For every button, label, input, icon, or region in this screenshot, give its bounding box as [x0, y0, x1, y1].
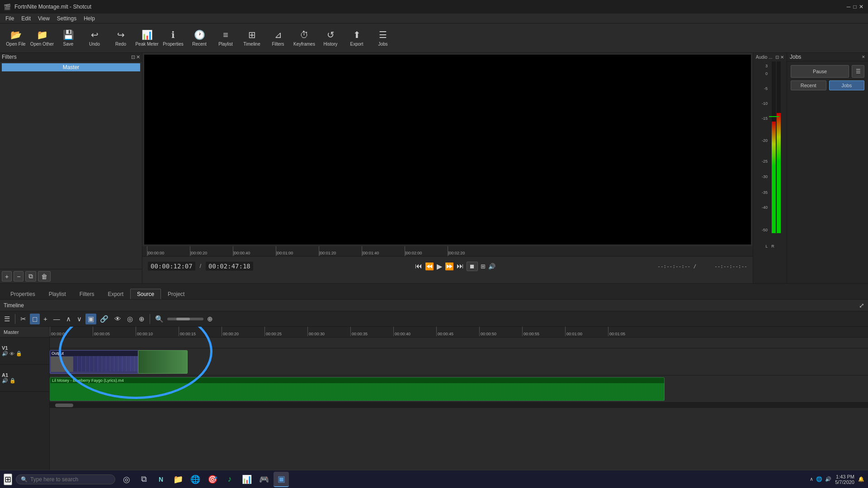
- taskbar-cortana[interactable]: ◎: [119, 472, 134, 487]
- tl-zoom-in-btn[interactable]: ⊕: [205, 314, 215, 324]
- tab-project[interactable]: Project: [161, 289, 191, 299]
- filter-add-btn[interactable]: +: [2, 271, 12, 282]
- audio-meter-close[interactable]: ✕: [780, 55, 784, 60]
- h-scrollbar[interactable]: [50, 403, 868, 408]
- filter-delete-btn[interactable]: 🗑: [38, 271, 51, 282]
- back-frame-btn[interactable]: ⏪: [425, 262, 434, 271]
- export-btn[interactable]: ⬆ Export: [344, 25, 369, 51]
- stop-btn[interactable]: ⏹: [467, 262, 478, 271]
- audio-clip[interactable]: Lil Mosey - Blueberry Faygo (Lyrics).m4: [50, 377, 665, 401]
- grid-view-btn[interactable]: ⊞: [481, 263, 486, 270]
- master-bar[interactable]: Master: [2, 63, 140, 71]
- menu-view[interactable]: View: [34, 14, 53, 23]
- pause-jobs-btn[interactable]: Pause: [791, 65, 849, 78]
- taskbar-app-n[interactable]: N: [153, 472, 169, 487]
- menu-edit[interactable]: Edit: [18, 14, 34, 23]
- taskbar-app-red[interactable]: 🎯: [205, 472, 220, 487]
- playlist-btn[interactable]: ≡ Playlist: [213, 25, 238, 51]
- filters-close-btn[interactable]: ✕: [136, 54, 140, 60]
- minimize-btn[interactable]: ─: [845, 4, 852, 10]
- notification-btn[interactable]: 🔔: [858, 476, 864, 482]
- tl-snap-btn[interactable]: ▣: [85, 314, 96, 324]
- timecode-current[interactable]: 00:00:12:07: [148, 262, 195, 271]
- jobs-btn[interactable]: ☰ Jobs: [371, 25, 395, 51]
- a1-audio-btn[interactable]: 🔊: [2, 378, 8, 384]
- peak-meter-btn[interactable]: 📊 Peak Meter: [135, 25, 159, 51]
- filters-detach-btn[interactable]: ⊡: [131, 54, 135, 60]
- tl-lift-btn[interactable]: ∧: [64, 314, 73, 324]
- jobs-panel-detach[interactable]: ✕: [862, 55, 865, 59]
- filter-copy-btn[interactable]: ⧉: [25, 271, 36, 282]
- tl-target-btn[interactable]: ⊕: [137, 314, 147, 324]
- search-input[interactable]: [30, 476, 107, 483]
- recent-tab-btn[interactable]: Recent: [791, 80, 826, 90]
- taskbar-chrome[interactable]: 🌐: [188, 472, 203, 487]
- zoom-slider[interactable]: [167, 318, 203, 320]
- close-btn[interactable]: ✕: [858, 4, 864, 10]
- history-btn[interactable]: ↺ History: [318, 25, 343, 51]
- tl-cut-btn[interactable]: ✂: [18, 314, 28, 324]
- tab-playlist[interactable]: Playlist: [42, 289, 73, 299]
- tl-add-btn[interactable]: +: [41, 314, 50, 324]
- play-btn[interactable]: ▶: [437, 262, 442, 271]
- tray-volume[interactable]: 🔊: [825, 476, 831, 482]
- open-other-btn[interactable]: 📁 Open Other: [30, 25, 54, 51]
- taskbar-game[interactable]: 🎮: [256, 472, 272, 487]
- jobs-tab-btn[interactable]: Jobs: [829, 80, 865, 90]
- history-icon: ↺: [327, 29, 335, 40]
- maximize-btn[interactable]: □: [852, 4, 858, 10]
- recent-btn[interactable]: 🕐 Recent: [187, 25, 212, 51]
- v1-lock-btn[interactable]: 🔒: [16, 351, 22, 357]
- menu-file[interactable]: File: [2, 14, 18, 23]
- filters-btn[interactable]: ⊿ Filters: [266, 25, 290, 51]
- vol-btn[interactable]: 🔊: [488, 263, 495, 270]
- filter-remove-btn[interactable]: −: [14, 271, 24, 282]
- tray-network[interactable]: 🌐: [816, 476, 822, 482]
- properties-btn[interactable]: ℹ Properties: [161, 25, 185, 51]
- taskbar-task-view[interactable]: ⧉: [136, 472, 151, 487]
- audio-meter-detach[interactable]: ⊡: [775, 55, 779, 60]
- tl-toggle-btn[interactable]: 👁: [112, 314, 123, 324]
- timeline-btn[interactable]: ⊞ Timeline: [240, 25, 264, 51]
- fast-forward-btn[interactable]: ⏩: [445, 262, 454, 271]
- taskbar-shotcut[interactable]: ▣: [274, 472, 289, 487]
- end-btn[interactable]: ⏭: [457, 262, 464, 270]
- menu-settings[interactable]: Settings: [53, 14, 80, 23]
- timeline-expand-btn[interactable]: ⤢: [859, 302, 864, 309]
- save-btn[interactable]: 💾 Save: [56, 25, 80, 51]
- a1-lock-btn[interactable]: 🔒: [9, 378, 16, 384]
- taskbar-spotify[interactable]: ♪: [222, 472, 237, 487]
- tab-export[interactable]: Export: [101, 289, 130, 299]
- redo-btn[interactable]: ↪ Redo: [108, 25, 133, 51]
- keyframes-btn[interactable]: ⏱ Keyframes: [292, 25, 316, 51]
- taskbar-explorer[interactable]: 📁: [170, 472, 186, 487]
- v1-eye-btn[interactable]: 👁: [9, 351, 14, 357]
- video-clip-2[interactable]: [138, 350, 188, 374]
- tl-overwrite-btn[interactable]: ∨: [75, 314, 84, 324]
- open-file-btn[interactable]: 📂 Open File: [4, 25, 28, 51]
- tab-filters[interactable]: Filters: [73, 289, 101, 299]
- v1-audio-btn[interactable]: 🔊: [2, 351, 8, 357]
- jobs-panel-title: Jobs: [790, 54, 801, 60]
- clock[interactable]: 1:43 PM 5/7/2020: [835, 474, 854, 485]
- tl-zoom-out-btn[interactable]: 🔍: [153, 314, 166, 324]
- tl-sep-1: [15, 314, 15, 324]
- tl-remove-btn[interactable]: —: [51, 314, 62, 324]
- tl-ripple-trim-btn[interactable]: ◎: [125, 314, 135, 324]
- tl-select-btn[interactable]: ◻: [30, 314, 40, 324]
- tl-menu-btn[interactable]: ☰: [2, 314, 12, 324]
- rewind-btn[interactable]: ⏮: [415, 262, 422, 270]
- taskbar-search[interactable]: 🔍: [16, 474, 115, 484]
- tl-link-btn[interactable]: 🔗: [98, 314, 111, 324]
- tab-source[interactable]: Source: [130, 289, 161, 299]
- jobs-menu-btn[interactable]: ☰: [852, 65, 864, 78]
- h-scroll-thumb[interactable]: [55, 404, 73, 407]
- video-preview[interactable]: [144, 55, 751, 244]
- menu-help[interactable]: Help: [80, 14, 99, 23]
- undo-btn[interactable]: ↩ Undo: [82, 25, 107, 51]
- tab-properties[interactable]: Properties: [4, 289, 42, 299]
- start-btn[interactable]: ⊞: [4, 474, 12, 485]
- tl-mark: 00:01:00: [565, 327, 608, 336]
- taskbar-stats[interactable]: 📊: [239, 472, 255, 487]
- tray-up-arrow[interactable]: ∧: [810, 476, 813, 482]
